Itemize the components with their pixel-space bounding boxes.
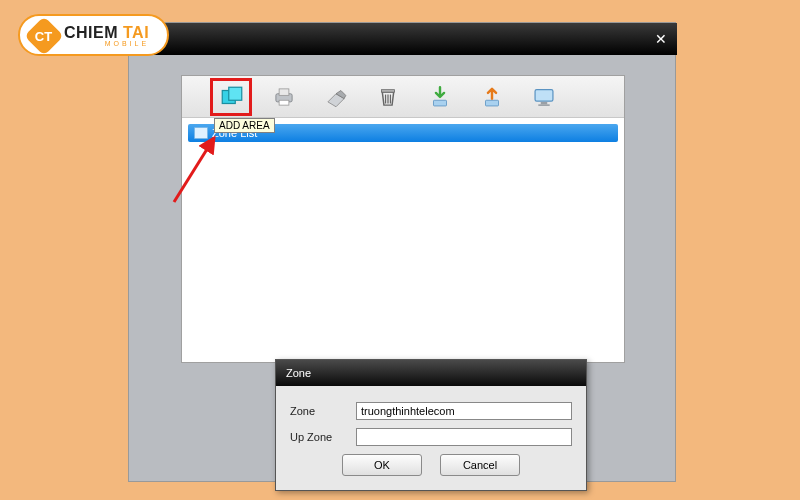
zone-dialog-title: Zone: [286, 367, 311, 379]
monitor-icon: [531, 84, 557, 110]
svg-rect-15: [541, 101, 548, 103]
zone-dialog: Zone Zone Up Zone OK Cancel: [275, 359, 587, 491]
svg-rect-4: [279, 88, 289, 95]
up-zone-input[interactable]: [356, 428, 572, 446]
toolbar: ADD AREA: [182, 76, 624, 118]
download-button[interactable]: [426, 83, 454, 111]
zone-input[interactable]: [356, 402, 572, 420]
add-area-button[interactable]: [218, 83, 246, 111]
svg-rect-2: [229, 87, 242, 100]
add-area-icon: [219, 84, 245, 110]
upload-arrow-icon: [479, 84, 505, 110]
main-window-titlebar[interactable]: er ✕: [129, 23, 677, 55]
content-panel: ADD AREA: [181, 75, 625, 363]
svg-line-0: [174, 138, 214, 202]
trash-icon: [375, 84, 401, 110]
svg-rect-12: [434, 100, 447, 106]
monitor-button[interactable]: [530, 83, 558, 111]
svg-rect-16: [538, 104, 549, 106]
cancel-button[interactable]: Cancel: [440, 454, 520, 476]
main-window: er ✕: [129, 23, 677, 55]
trash-button[interactable]: [374, 83, 402, 111]
svg-rect-14: [535, 89, 553, 100]
logo-text: CHIEM TAI MOBILE: [64, 25, 149, 47]
app-backdrop: er ✕ ADD AREA: [128, 22, 676, 482]
svg-rect-5: [279, 100, 289, 105]
download-arrow-icon: [427, 84, 453, 110]
zone-dialog-titlebar[interactable]: Zone: [276, 360, 586, 386]
zone-label: Zone: [290, 405, 350, 417]
brand-logo: CT CHIEM TAI MOBILE: [18, 14, 169, 56]
ok-button[interactable]: OK: [342, 454, 422, 476]
printer-button[interactable]: [270, 83, 298, 111]
svg-rect-8: [382, 89, 395, 91]
annotation-arrow-icon: [166, 130, 226, 210]
close-icon[interactable]: ✕: [655, 31, 667, 47]
eraser-button[interactable]: [322, 83, 350, 111]
upload-button[interactable]: [478, 83, 506, 111]
printer-icon: [271, 84, 297, 110]
up-zone-label: Up Zone: [290, 431, 350, 443]
eraser-icon: [323, 84, 349, 110]
svg-rect-13: [486, 100, 499, 106]
logo-mark: CT: [24, 16, 64, 56]
